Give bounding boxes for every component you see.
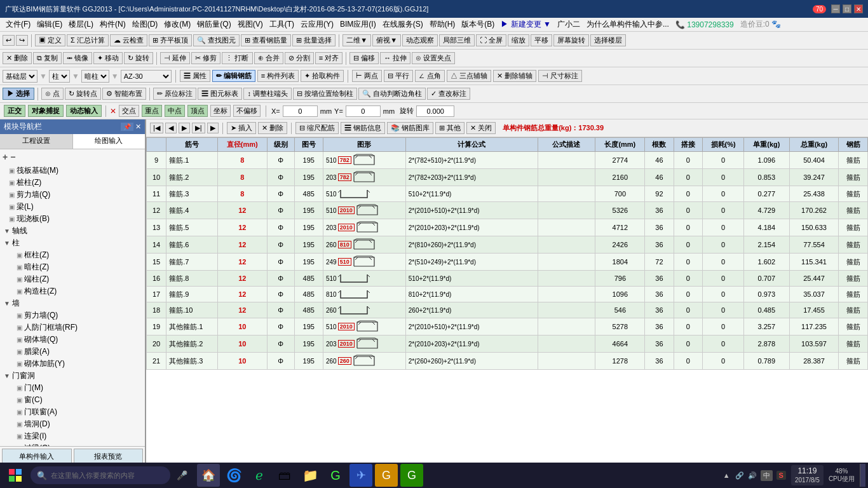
- input-method[interactable]: 中: [761, 470, 773, 481]
- maximize-btn[interactable]: □: [843, 4, 851, 13]
- table-row[interactable]: 11 箍筋.3 8 Φ 485 510 510+2*(11.9*d) 700 9…: [147, 186, 868, 202]
- copy-btn[interactable]: ⧉ 复制: [33, 52, 62, 64]
- close-steel-btn[interactable]: ✕ 关闭: [466, 122, 496, 134]
- tree-remove-btn[interactable]: −: [10, 152, 15, 162]
- dimmark-btn[interactable]: ⊣ 尺寸标注: [538, 70, 582, 82]
- smart-btn[interactable]: ⚙ 智能布置: [102, 88, 146, 100]
- show-desktop-btn[interactable]: [860, 464, 865, 487]
- tree-item-kuangzhu[interactable]: ▣ 框柱(Z): [15, 249, 142, 261]
- cloud-check-btn[interactable]: ☁ 云检查: [110, 34, 147, 46]
- menu-cloud[interactable]: 云应用(Y): [297, 18, 337, 31]
- setpoint-btn[interactable]: ⊙ 设置夹点: [412, 52, 455, 64]
- menu-phone[interactable]: 📞 13907298339: [672, 19, 737, 30]
- local3d-btn[interactable]: 局部三维: [439, 34, 475, 46]
- x-cross-btn[interactable]: ✕: [110, 107, 116, 116]
- tree-item-liang[interactable]: ▣ 梁(L): [8, 201, 142, 213]
- y-input[interactable]: [346, 105, 381, 117]
- x-input[interactable]: [283, 105, 318, 117]
- tree-item-chuang[interactable]: ▣ 窗(C): [15, 394, 142, 406]
- tree-group-mc[interactable]: ▼ 门窗洞: [3, 370, 142, 382]
- ortho-btn[interactable]: 正交: [4, 105, 25, 117]
- point-btn[interactable]: ⊙ 点: [41, 88, 64, 100]
- steel-info-btn[interactable]: ☰ 钢筋信息: [341, 122, 385, 134]
- delaxis-btn[interactable]: ✕ 删除辅轴: [493, 70, 536, 82]
- close-btn[interactable]: ✕: [854, 4, 863, 13]
- tree-item-lq[interactable]: ▣ 腊梁(A): [15, 346, 142, 358]
- pan-btn[interactable]: 平移: [531, 34, 552, 46]
- table-row[interactable]: 14 箍筋.6 12 Φ 195 260 810 2*(810+260)+2*(…: [147, 236, 868, 254]
- menu-user[interactable]: 广小二: [554, 18, 583, 31]
- calc-btn[interactable]: Σ 汇总计算: [67, 34, 109, 46]
- menu-coins[interactable]: 造价豆:0 🐾: [737, 18, 784, 31]
- menu-floor[interactable]: 楼层(L): [65, 18, 97, 31]
- part-list-btn[interactable]: ≡ 构件列表: [257, 70, 299, 82]
- tree-item-stq[interactable]: ▣ 砌体墙(Q): [15, 334, 142, 346]
- tree-item-anzhu[interactable]: ▣ 暗柱(Z): [15, 261, 142, 273]
- property-btn[interactable]: ☰ 属性: [180, 70, 210, 82]
- edit-steel-btn[interactable]: ✏ 编辑钢筋: [212, 70, 255, 82]
- nav-close-btn[interactable]: ✕: [135, 123, 141, 131]
- offset-btn[interactable]: ⊟ 偏移: [349, 52, 379, 64]
- table-container[interactable]: 筋号 直径(mm) 级别 图号 图形 计算公式 公式描述 长度(mm) 根数 搭…: [146, 137, 868, 466]
- rotate-btn[interactable]: 屏幕旋转: [553, 34, 589, 46]
- tree-item-ll[interactable]: ▣ 连梁(I): [15, 430, 142, 442]
- tree-item-qd[interactable]: ▣ 墙洞(D): [15, 418, 142, 430]
- menu-view[interactable]: 视图(V): [234, 18, 266, 31]
- menu-help[interactable]: 帮助(H): [426, 18, 459, 31]
- tree-item-jc[interactable]: ▣ 筏板基础(M): [8, 165, 142, 177]
- nav-prev[interactable]: ◀: [165, 123, 177, 133]
- fullscreen-btn[interactable]: ⛶ 全屏: [476, 34, 506, 46]
- top-view-btn[interactable]: 俯视▼: [372, 34, 401, 46]
- menu-file[interactable]: 文件(F): [3, 18, 34, 31]
- table-row[interactable]: 18 箍筋.10 12 Φ 485 260 260+2*(11.9*d) 546…: [147, 302, 868, 318]
- tray-expand[interactable]: ▲: [723, 471, 730, 479]
- tree-group-qiang[interactable]: ▼ 墙: [3, 297, 142, 309]
- 3ptaxis-btn[interactable]: △ 三点辅轴: [447, 70, 491, 82]
- tree-item-rfq[interactable]: ▣ 人防门框墙(RF): [15, 322, 142, 334]
- menu-draw[interactable]: 绘图(D): [129, 18, 161, 31]
- volume-icon[interactable]: 🔊: [748, 471, 757, 480]
- task-icon-wps[interactable]: 📁: [299, 464, 322, 487]
- task-icon-ie[interactable]: ℯ: [248, 464, 271, 487]
- tree-item-mlc[interactable]: ▣ 门联窗(A): [15, 406, 142, 418]
- tree-group-zx[interactable]: ▼ 轴线: [3, 225, 142, 237]
- dynin-btn[interactable]: 动态输入: [66, 105, 102, 117]
- view-steel-btn[interactable]: ⊞ 查看钢筋量: [241, 34, 291, 46]
- part-name-select[interactable]: AZ-30: [121, 70, 172, 83]
- steel-lib-btn[interactable]: 📚 钢筋图库: [387, 122, 433, 134]
- tree-item-men[interactable]: ▣ 门(M): [15, 382, 142, 394]
- adjcol-btn[interactable]: ↕ 调整柱端头: [243, 88, 292, 100]
- align-btn[interactable]: ≡ 对齐: [315, 52, 342, 64]
- tab-engineering[interactable]: 工程设置: [0, 134, 73, 149]
- task-icon-software1[interactable]: 🏠: [197, 464, 220, 487]
- network-icon[interactable]: 🔗: [735, 471, 744, 480]
- tree-item-jlq[interactable]: ▣ 剪力墙(Q): [8, 189, 142, 201]
- delete-row-btn[interactable]: ✕ 删除: [258, 122, 287, 134]
- pick-part-btn[interactable]: ✦ 拾取构件: [301, 70, 344, 82]
- merge-btn[interactable]: ⊕ 合并: [254, 52, 283, 64]
- nav-extra1[interactable]: ▶: [207, 123, 219, 133]
- autojudge-btn[interactable]: 🔍 自动判断边角柱: [358, 88, 426, 100]
- tree-group-zhu[interactable]: ▼ 柱: [3, 237, 142, 249]
- start-btn[interactable]: [3, 464, 28, 487]
- mic-btn[interactable]: 🎤: [173, 466, 191, 484]
- floor-select[interactable]: 基础层: [3, 70, 37, 83]
- snap-btn[interactable]: 对象捕捉: [28, 105, 64, 117]
- anchor-btn[interactable]: 重点: [142, 105, 162, 117]
- taskbar-search[interactable]: [51, 471, 159, 479]
- table-row[interactable]: 10 箍筋.2 8 Φ 195 203 782 2*(782+203)+2*(1…: [147, 169, 868, 186]
- nav-last[interactable]: ▶|: [192, 123, 205, 133]
- zoom-btn[interactable]: 缩放: [508, 34, 529, 46]
- table-row[interactable]: 15 箍筋.7 12 Φ 195 249 510 2*(510+249)+2*(…: [147, 254, 868, 271]
- table-row[interactable]: 20 其他箍筋.2 10 Φ 195 203 2010 2*(2010+203)…: [147, 336, 868, 353]
- antivirus-icon[interactable]: S: [776, 471, 786, 480]
- minimize-btn[interactable]: ─: [831, 4, 840, 13]
- menu-version[interactable]: 版本号(B): [458, 18, 498, 31]
- menu-tools[interactable]: 工具(T): [266, 18, 297, 31]
- mirror-btn[interactable]: ⥈ 镜像: [63, 52, 92, 64]
- find-btn[interactable]: 🔍 查找图元: [193, 34, 240, 46]
- select-mode-btn[interactable]: ▶ 选择: [3, 88, 34, 100]
- intersect-btn[interactable]: 交点: [119, 105, 139, 117]
- coordpt-btn[interactable]: 坐标: [210, 105, 231, 117]
- break-btn[interactable]: ⋮ 打断: [222, 52, 252, 64]
